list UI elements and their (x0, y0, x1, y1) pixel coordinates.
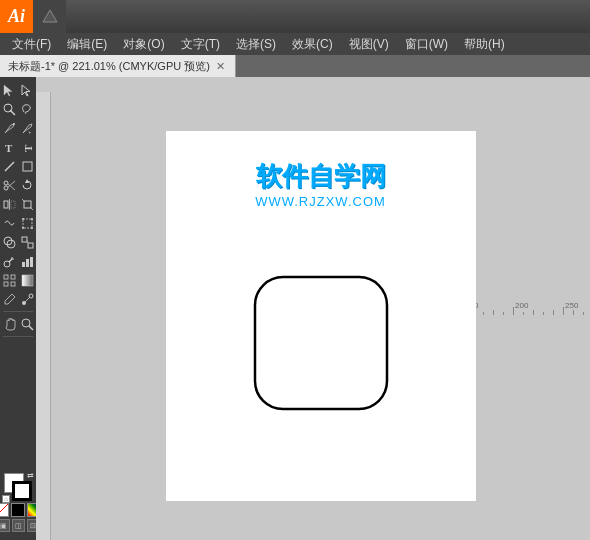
svg-line-14 (8, 184, 15, 190)
watermark-title: 软件自学网 (166, 159, 476, 194)
reset-colors-icon[interactable]: ⌂ (2, 495, 10, 503)
rounded-rect-shape[interactable] (251, 273, 391, 416)
ruler-left (36, 92, 51, 540)
type-tool[interactable]: T (0, 138, 18, 156)
app-name-label: Ai (8, 6, 25, 27)
canvas-area: 50100150200250300350400450500550 软件自学网 W… (36, 77, 590, 540)
canvas-content[interactable]: 软件自学网 WWW.RJZXW.COM (51, 92, 590, 540)
stroke-box[interactable] (12, 481, 32, 501)
hand-tool[interactable] (0, 315, 18, 333)
rotate-tool[interactable] (18, 176, 36, 194)
svg-rect-50 (255, 277, 387, 409)
tool-row-10 (0, 252, 36, 270)
svg-line-47 (25, 297, 30, 302)
tool-row-2 (0, 100, 36, 118)
svg-rect-43 (11, 282, 15, 286)
menu-item-text[interactable]: 文字(T) (173, 34, 228, 55)
free-transform-tool[interactable] (18, 214, 36, 232)
menu-bar: 文件(F)编辑(E)对象(O)文字(T)选择(S)效果(C)视图(V)窗口(W)… (0, 33, 590, 55)
behind-draw-mode[interactable]: ◫ (12, 519, 25, 532)
svg-rect-18 (11, 201, 15, 208)
black-swatch[interactable] (11, 503, 25, 517)
svg-rect-20 (24, 201, 31, 208)
rect-tool[interactable] (18, 157, 36, 175)
normal-draw-mode[interactable]: ▣ (0, 519, 10, 532)
gradient-tool[interactable] (18, 271, 36, 289)
warp-tool[interactable] (0, 214, 18, 232)
svg-rect-42 (4, 282, 8, 286)
svg-point-26 (22, 227, 24, 229)
menu-item-file[interactable]: 文件(F) (4, 34, 59, 55)
tab-close-button[interactable]: ✕ (214, 60, 227, 73)
svg-rect-38 (26, 259, 29, 267)
svg-line-10 (5, 162, 14, 171)
tool-row-4: T T (0, 138, 36, 156)
svg-point-13 (4, 186, 8, 190)
inside-draw-mode[interactable]: ⊡ (27, 519, 37, 532)
tool-row-3: + (0, 119, 36, 137)
line-tool[interactable] (0, 157, 18, 175)
svg-rect-41 (11, 275, 15, 279)
swap-colors-icon[interactable]: ⇄ (27, 471, 34, 480)
menu-item-edit[interactable]: 编辑(E) (59, 34, 115, 55)
menu-item-view[interactable]: 视图(V) (341, 34, 397, 55)
tool-row-5 (0, 157, 36, 175)
shapebuilder-tool[interactable] (0, 233, 18, 251)
svg-text:+: + (28, 129, 32, 135)
column-graph-tool[interactable] (18, 252, 36, 270)
svg-marker-2 (22, 85, 30, 96)
svg-point-4 (4, 104, 12, 112)
svg-rect-39 (30, 257, 33, 267)
menu-item-effect[interactable]: 效果(C) (284, 34, 341, 55)
scissors-tool[interactable] (0, 176, 18, 194)
mesh-tool[interactable] (0, 271, 18, 289)
scale-tool[interactable] (18, 195, 36, 213)
blend-tool[interactable] (18, 290, 36, 308)
menu-item-help[interactable]: 帮助(H) (456, 34, 513, 55)
menu-item-object[interactable]: 对象(O) (115, 34, 172, 55)
selection-tool[interactable] (0, 81, 18, 99)
magic-wand-tool[interactable] (0, 100, 18, 118)
direct-selection-tool[interactable] (18, 81, 36, 99)
artboard[interactable]: 软件自学网 WWW.RJZXW.COM (166, 131, 476, 501)
eyedropper-tool[interactable] (0, 290, 18, 308)
svg-point-27 (31, 227, 33, 229)
reflect-tool[interactable] (0, 195, 18, 213)
draw-mode-row: ▣ ◫ ⊡ (0, 519, 36, 532)
rounded-rect-svg (251, 273, 391, 413)
svg-text:T: T (5, 142, 13, 154)
tab-bar: 未标题-1* @ 221.01% (CMYK/GPU 预览) ✕ (0, 55, 590, 77)
gradient-swatch[interactable] (27, 503, 36, 517)
vertical-type-tool[interactable]: T (18, 138, 36, 156)
document-tab[interactable]: 未标题-1* @ 221.01% (CMYK/GPU 预览) ✕ (0, 55, 236, 77)
tool-row-11 (0, 271, 36, 289)
lasso-tool[interactable] (18, 100, 36, 118)
svg-point-6 (13, 123, 15, 125)
perspective-tool[interactable] (18, 233, 36, 251)
svg-line-49 (29, 326, 33, 330)
zoom-tool[interactable] (18, 315, 36, 333)
svg-rect-40 (4, 275, 8, 279)
title-bar-wing-icon[interactable] (33, 0, 66, 33)
color-area: ⇄ ⌂ ▣ ◫ ⊡ (0, 469, 36, 536)
tool-row-8 (0, 214, 36, 232)
fill-stroke-area[interactable]: ⇄ ⌂ (4, 473, 32, 501)
app-logo: Ai (0, 0, 33, 33)
color-modes-row (0, 503, 36, 517)
toolbar-separator (3, 311, 33, 312)
watermark: 软件自学网 WWW.RJZXW.COM (166, 159, 476, 209)
svg-rect-44 (22, 275, 33, 286)
svg-point-12 (4, 181, 8, 185)
svg-point-25 (31, 218, 33, 220)
wing-svg (41, 8, 59, 26)
tab-label: 未标题-1* @ 221.01% (CMYK/GPU 预览) (8, 59, 210, 74)
no-color-swatch[interactable] (0, 503, 9, 517)
pen-tool[interactable] (0, 119, 18, 137)
menu-item-window[interactable]: 窗口(W) (397, 34, 456, 55)
add-anchor-tool[interactable]: + (18, 119, 36, 137)
menu-item-select[interactable]: 选择(S) (228, 34, 284, 55)
symbol-sprayer-tool[interactable] (0, 252, 18, 270)
svg-marker-0 (43, 10, 57, 22)
title-bar: Ai (0, 0, 590, 33)
tool-row-13 (0, 315, 36, 333)
